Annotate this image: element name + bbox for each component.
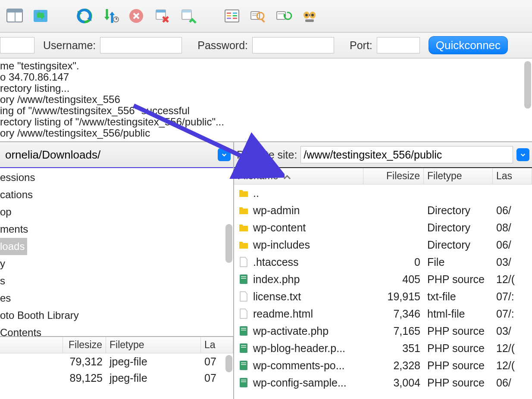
php-file-icon [238,274,250,285]
tree-item[interactable]: op [0,203,233,221]
list-item[interactable]: wp-contentDirectory08/ [234,219,532,236]
remote-file-list[interactable]: ..wp-adminDirectory06/wp-contentDirector… [234,184,532,391]
svg-rect-18 [233,15,237,16]
reconnect-icon[interactable] [178,6,198,26]
host-input[interactable] [0,37,34,53]
svg-rect-41 [240,343,247,353]
remote-panel: Remote site: Filename Filesize Filetype … [234,142,532,399]
tree-item[interactable]: es [0,290,233,307]
php-file-icon [238,325,250,337]
svg-rect-19 [227,18,231,19]
password-label: Password: [197,39,248,52]
col-filetype[interactable]: Filetype [106,337,201,353]
search-icon[interactable] [247,6,268,26]
toggle-transfer-icon[interactable] [30,6,51,26]
local-tree-scrollbar[interactable] [225,224,232,263]
list-item[interactable]: .. [234,184,532,202]
col-last[interactable]: Las [493,168,532,184]
local-list-header[interactable]: Filesize Filetype La [0,337,233,353]
local-tree[interactable]: essionscationsopmentsloadsysesoto Booth … [0,168,233,336]
directory-compare-icon[interactable] [222,6,242,26]
svg-point-31 [305,14,308,16]
tree-item[interactable]: essions [0,169,233,186]
svg-rect-47 [240,378,247,387]
log-line: rectory listing... [0,83,532,94]
list-item[interactable]: 79,312jpeg-file07 [0,353,233,370]
local-path-dropdown[interactable] [218,148,231,161]
php-file-icon [238,343,250,354]
svg-rect-16 [233,12,237,14]
folder-icon [238,188,250,198]
tree-item[interactable]: cations [0,186,233,203]
col-filename[interactable]: Filename [234,168,363,184]
svg-rect-15 [227,12,231,14]
log-line: ing of "/www/testingsitex_556" successfu… [0,105,532,116]
port-label: Port: [350,39,372,52]
log-line: me "testingsitex". [0,60,532,72]
refresh-icon[interactable] [74,6,95,26]
site-manager-icon[interactable] [4,6,25,26]
file-panels: essionscationsopmentsloadsysesoto Booth … [0,142,532,399]
remote-path-dropdown[interactable] [516,148,529,161]
list-item[interactable]: 89,125jpeg-file07 [0,370,233,386]
message-log[interactable]: me "testingsitex".o 34.70.86.147rectory … [0,59,532,142]
process-queue-icon[interactable] [100,6,121,26]
list-item[interactable]: wp-activate.php7,165PHP source03/ [234,322,532,340]
tree-item[interactable]: Contents [0,324,233,336]
svg-marker-6 [104,17,110,20]
list-item[interactable]: wp-blog-header.p...351PHP source12/( [234,340,532,357]
local-path-input[interactable] [3,146,214,163]
local-panel: essionscationsopmentsloadsysesoto Booth … [0,142,234,399]
list-item[interactable]: license.txt19,915txt-file07/: [234,288,532,305]
svg-rect-35 [240,274,247,284]
svg-rect-11 [156,10,166,12]
list-item[interactable]: wp-adminDirectory06/ [234,202,532,219]
tree-item[interactable]: loads [0,238,233,255]
quickconnect-button[interactable]: Quickconnec [429,36,508,54]
svg-marker-7 [110,12,115,15]
tree-item[interactable]: oto Booth Library [0,307,233,324]
port-input[interactable] [377,37,420,53]
svg-rect-37 [241,278,246,279]
list-item[interactable]: readme.html7,346html-file07/: [234,305,532,322]
svg-rect-33 [309,14,310,16]
cancel-icon[interactable] [126,6,147,26]
col-filesize[interactable]: Filesize [63,337,106,353]
list-item[interactable]: wp-includesDirectory06/ [234,236,532,253]
quickconnect-bar: Username: Password: Port: Quickconnec [0,33,532,59]
list-item[interactable]: wp-comments-po...2,328PHP source12/( [234,357,532,374]
remote-path-input[interactable] [300,146,513,163]
remote-list-header[interactable]: Filename Filesize Filetype Las [234,168,532,184]
svg-rect-1 [7,9,22,12]
remote-site-label: Remote site: [237,149,297,161]
svg-rect-46 [241,364,246,365]
tree-item[interactable]: y [0,255,233,272]
find-icon[interactable] [299,6,320,26]
list-item[interactable]: .htaccess0File03/ [234,253,532,271]
log-line: rectory listing of "/www/testingsitex_55… [0,116,532,128]
remote-path-row: Remote site: [234,142,532,168]
local-list-scrollbar[interactable] [225,355,232,372]
sync-browse-icon[interactable] [273,6,294,26]
php-file-icon [238,377,250,388]
list-item[interactable]: index.php405PHP source12/( [234,271,532,288]
log-scrollbar[interactable] [524,61,531,109]
tree-item[interactable]: s [0,272,233,290]
col-last[interactable]: La [201,337,233,353]
disconnect-icon[interactable] [152,6,172,26]
php-file-icon [238,360,250,371]
svg-rect-27 [278,13,284,14]
password-input[interactable] [252,37,334,53]
svg-rect-48 [241,380,246,380]
svg-rect-42 [241,345,246,346]
file-icon [238,291,250,302]
file-icon [238,308,250,319]
svg-rect-49 [241,381,246,382]
col-filesize[interactable]: Filesize [363,168,424,184]
sort-asc-icon [283,174,291,180]
list-item[interactable]: wp-config-sample...3,004PHP source06/ [234,374,532,391]
col-filetype[interactable]: Filetype [424,168,493,184]
username-input[interactable] [100,37,182,53]
tree-item[interactable]: ments [0,221,233,238]
svg-rect-44 [240,361,247,370]
